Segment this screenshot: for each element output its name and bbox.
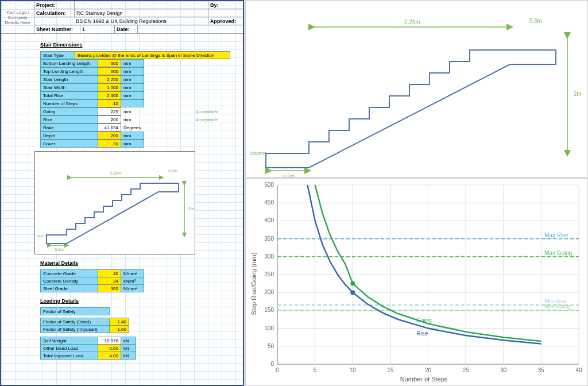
svg-text:25: 25 (463, 367, 470, 373)
param-value[interactable]: 2,000 (98, 92, 121, 99)
param-unit: kN (121, 352, 136, 360)
param-value: 41.634 (98, 124, 121, 132)
svg-text:250: 250 (264, 271, 274, 277)
svg-text:Rise: Rise (416, 330, 428, 337)
param-value[interactable]: 2,250 (98, 76, 121, 83)
param-label: Other Dead Load (41, 345, 98, 352)
param-label: Going (41, 108, 98, 115)
param-unit: mm (121, 92, 144, 99)
calculation-label: Calculation: (34, 9, 75, 17)
param-value[interactable]: 10 (98, 100, 121, 107)
svg-text:35: 35 (538, 367, 545, 373)
param-unit: mm (121, 140, 144, 148)
svg-text:15: 15 (387, 367, 394, 373)
svg-point-68 (350, 290, 355, 295)
section-title-material: Material Details (40, 260, 237, 266)
param-label: Stair Length (41, 76, 98, 83)
param-label: Rake (41, 124, 98, 132)
param-unit: mm (121, 76, 144, 83)
param-value[interactable]: 200 (98, 132, 121, 140)
param-unit: mm (121, 108, 144, 115)
svg-text:0.6m: 0.6m (55, 248, 64, 252)
svg-text:150: 150 (264, 307, 274, 313)
chart-step-curves: Step Rise/Going (mm) Number of Steps 051… (245, 179, 588, 386)
svg-text:20: 20 (425, 367, 432, 373)
svg-text:2.25m: 2.25m (110, 171, 121, 175)
param-label: Top Landing Length (41, 68, 98, 75)
param-unit: kN (121, 345, 136, 352)
param-value[interactable]: 1.40 (110, 318, 129, 326)
svg-text:50: 50 (268, 343, 274, 349)
param-value[interactable]: 30 (98, 140, 121, 148)
param-label: Steel Grade (41, 285, 98, 292)
param-value[interactable]: 40 (98, 270, 121, 277)
param-value[interactable]: 2.00 (98, 345, 121, 352)
param-value[interactable]: 600 (98, 60, 121, 67)
svg-text:40: 40 (575, 367, 582, 373)
svg-text:Going: Going (416, 317, 432, 323)
svg-text:Min Going: Min Going (544, 303, 571, 310)
code-reference: BS EN 1992 & UK Building Regulations (34, 17, 208, 25)
param-label: Depth (41, 132, 98, 140)
param-unit: Degrees (121, 124, 144, 132)
param-unit: N/mm² (121, 285, 144, 292)
param-label: Stair Width (41, 84, 98, 91)
preview-panel: 2.25m 0.6m 2m 200mm 0.6m Step Rise/Going… (244, 0, 588, 386)
param-value[interactable]: 1,500 (98, 84, 121, 91)
svg-text:0.6m: 0.6m (529, 18, 542, 24)
svg-text:350: 350 (264, 236, 274, 242)
svg-text:450: 450 (264, 199, 274, 206)
svg-text:500: 500 (264, 182, 274, 188)
param-unit: kN (121, 337, 136, 345)
status-text: Acceptable (144, 108, 221, 115)
by-label: By: (208, 1, 243, 9)
sheet-label: Sheet Number: (34, 25, 80, 33)
param-label: Total Imposed Load (41, 352, 98, 360)
svg-text:Number of Steps: Number of Steps (400, 376, 448, 383)
param-unit: mm (121, 68, 144, 75)
svg-text:200: 200 (264, 289, 274, 295)
logo-placeholder: Your Logo / Company Details Here (1, 1, 34, 33)
param-value[interactable]: 4.00 (98, 352, 121, 360)
param-label: Cover (41, 140, 98, 148)
svg-text:2m: 2m (188, 207, 194, 211)
param-label: Total Rise (41, 92, 98, 99)
fos-heading: Factor of Safety (41, 308, 110, 315)
param-unit: kN/m³ (121, 277, 144, 285)
sheet-number[interactable]: 1 (80, 25, 115, 33)
spreadsheet-panel: Your Logo / Company Details Here Project… (0, 0, 244, 386)
param-value[interactable]: 24 (98, 277, 121, 285)
svg-text:0.6m: 0.6m (168, 169, 177, 173)
svg-text:0: 0 (270, 361, 274, 367)
section-title-loading: Loading Details (40, 298, 237, 304)
stair-type-value[interactable]: Beams provided @ the ends of Landings & … (75, 52, 230, 59)
header-block: Your Logo / Company Details Here Project… (1, 1, 243, 34)
param-value[interactable]: 500 (98, 285, 121, 292)
svg-text:300: 300 (264, 253, 274, 260)
param-unit: N/mm² (121, 270, 144, 277)
svg-text:2m: 2m (574, 91, 582, 97)
svg-text:Max Rise: Max Rise (544, 232, 568, 238)
param-value: 200 (98, 116, 121, 123)
param-label: Bottom Landing Length (41, 60, 98, 67)
param-value[interactable]: 1.60 (110, 326, 129, 333)
stair-type-row: Stair Type Beams provided @ the ends of … (40, 51, 230, 59)
svg-text:5: 5 (314, 367, 317, 373)
calculation-value[interactable]: RC Stairway Design (75, 9, 208, 17)
svg-text:Step Rise/Going  (mm): Step Rise/Going (mm) (250, 253, 257, 315)
param-unit (121, 100, 144, 107)
project-label: Project: (34, 1, 75, 9)
date-label: Date: (115, 25, 138, 33)
svg-text:0.6m: 0.6m (283, 173, 295, 177)
stair-large-diagram: 2.25m 0.6m 2m 200mm 0.6m (245, 0, 588, 177)
section-title-stair: Stair Dimensions (40, 42, 237, 48)
svg-text:200mm: 200mm (250, 150, 267, 156)
param-unit: mm (121, 60, 144, 67)
param-value: 225 (98, 108, 121, 115)
param-label: Rise (41, 116, 98, 123)
svg-text:2.25m: 2.25m (404, 19, 420, 25)
param-label: Concrete Density (41, 277, 98, 285)
param-value[interactable]: 600 (98, 68, 121, 75)
param-unit: mm (121, 84, 144, 91)
svg-point-70 (350, 281, 355, 286)
